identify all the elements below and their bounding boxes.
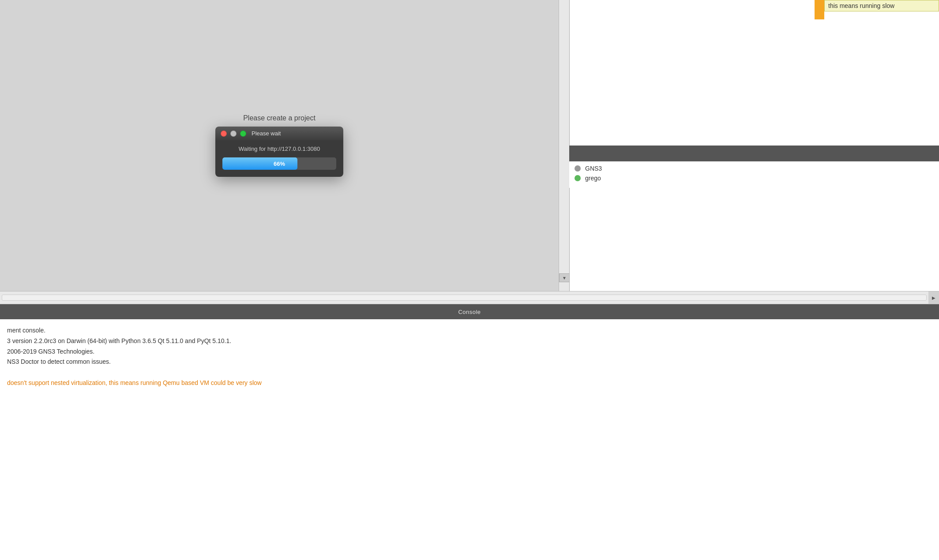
console-area: Console ment console. 3 version 2.2.0rc3… [0, 304, 939, 560]
dialog-body: Waiting for http://127.0.0.1:3080 66% [215, 140, 343, 177]
tooltip-accent-bar [815, 0, 824, 19]
server-name-grego: grego [585, 175, 601, 182]
dialog-waiting-text: Waiting for http://127.0.0.1:3080 [222, 146, 336, 152]
dialog-window: Please wait Waiting for http://127.0.0.1… [215, 127, 343, 177]
traffic-light-yellow[interactable] [230, 131, 237, 137]
dialog-titlebar: Please wait [215, 127, 343, 140]
right-panel: GNS3 grego [569, 0, 939, 291]
console-header: Console [0, 304, 939, 319]
progress-bar-fill [222, 157, 297, 170]
bottom-scrollbar-bar: ▶ [0, 291, 939, 304]
console-header-label: Console [458, 309, 481, 315]
progress-bar-label: 66% [274, 161, 285, 167]
console-line-blank [7, 367, 932, 378]
server-name-gns3: GNS3 [585, 165, 602, 172]
scroll-down-arrow[interactable]: ▼ [559, 273, 570, 282]
tooltip-text: this means running slow [828, 2, 894, 9]
console-line-2: 3 version 2.2.0rc3 on Darwin (64-bit) wi… [7, 336, 932, 347]
list-item: grego [575, 175, 934, 182]
server-list: GNS3 grego [569, 161, 939, 188]
console-line-3: 2006-2019 GNS3 Technologies. [7, 347, 932, 357]
status-dot-green [575, 175, 581, 181]
console-line-1: ment console. [7, 325, 932, 336]
dialog-backdrop: Please create a project Please wait Wait… [0, 0, 559, 291]
right-panel-dark-bar [569, 146, 939, 161]
console-content: ment console. 3 version 2.2.0rc3 on Darw… [0, 319, 939, 395]
status-dot-gray [575, 165, 581, 172]
horizontal-scroll-track[interactable] [2, 295, 927, 301]
scroll-right-arrow[interactable]: ▶ [928, 291, 939, 304]
vertical-scrollbar[interactable]: ▼ [559, 0, 569, 291]
dialog-title-above: Please create a project [243, 114, 316, 122]
console-line-4: NS3 Doctor to detect common issues. [7, 357, 932, 367]
tooltip-box: this means running slow [824, 0, 939, 11]
dialog-titlebar-label: Please wait [252, 130, 281, 137]
list-item: GNS3 [575, 165, 934, 172]
console-line-warning: doesn't support nested virtualization, t… [7, 378, 932, 388]
progress-bar-container: 66% [222, 157, 336, 170]
traffic-light-red[interactable] [221, 131, 227, 137]
traffic-light-green[interactable] [240, 131, 246, 137]
